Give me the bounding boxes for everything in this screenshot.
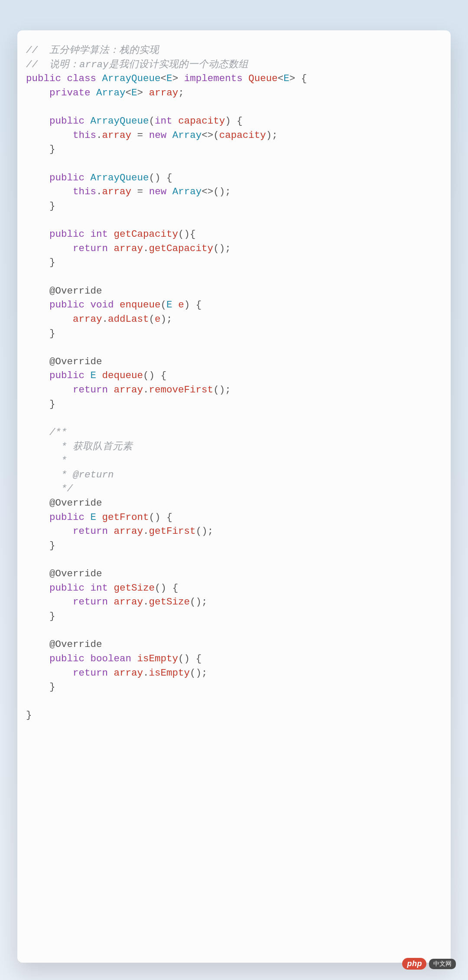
comment-line: // 五分钟学算法：栈的实现 [26, 45, 159, 56]
watermark-text: 中文网 [429, 959, 456, 969]
code-block: // 五分钟学算法：栈的实现 // 说明：array是我们设计实现的一个动态数组… [26, 43, 442, 722]
comment-line: // 说明：array是我们设计实现的一个动态数组 [26, 59, 248, 70]
watermark-logo: php [402, 958, 427, 970]
code-card: // 五分钟学算法：栈的实现 // 说明：array是我们设计实现的一个动态数组… [17, 30, 451, 963]
watermark: php 中文网 [402, 958, 456, 970]
